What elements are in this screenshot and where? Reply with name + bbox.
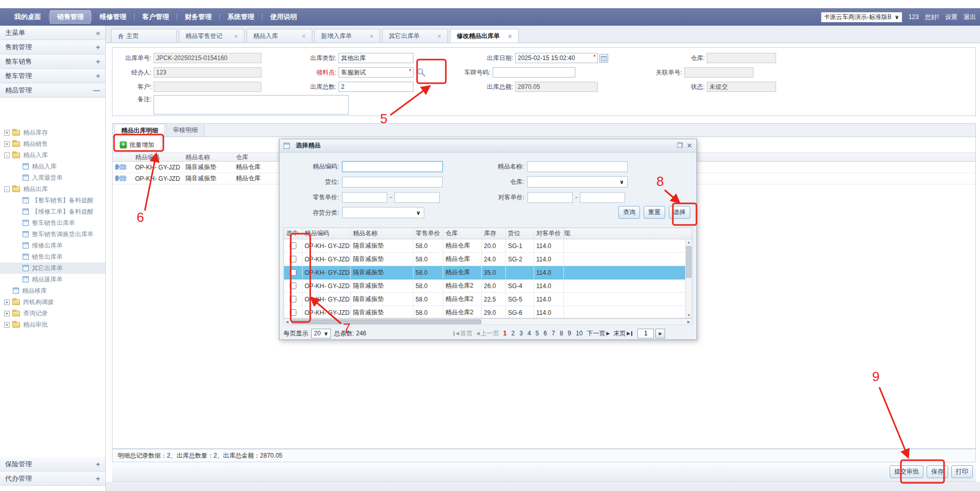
retail-price-min-input[interactable] <box>342 192 387 203</box>
row-checkbox[interactable] <box>290 309 296 316</box>
submit-approval-button[interactable]: 提交审批 <box>890 465 924 478</box>
page-number[interactable]: 3 <box>519 330 523 337</box>
row-checkbox[interactable] <box>290 242 296 249</box>
sidebar-item-16[interactable]: +查询记录 <box>0 308 105 319</box>
page-number[interactable]: 4 <box>527 330 532 337</box>
vertical-scrollbar[interactable]: ▲ ▼ <box>685 239 692 318</box>
nav-item-2[interactable]: 维修管理 <box>92 10 134 24</box>
customer-input[interactable] <box>154 82 261 92</box>
total-amount-input[interactable] <box>515 82 598 92</box>
remark-textarea[interactable] <box>154 95 349 115</box>
maximize-icon[interactable]: ❐ <box>676 142 683 149</box>
sidebar-section-agency[interactable]: 代办管理 + <box>0 471 105 486</box>
page-number[interactable]: 6 <box>543 330 548 337</box>
modal-table-row[interactable]: OP-KH- GY-JZD隔音减振垫58.0精品仓库229.0SG-6114.0 <box>284 306 685 318</box>
slot-input[interactable] <box>342 177 443 187</box>
page-number[interactable]: 10 <box>575 330 583 337</box>
out-date-input[interactable] <box>515 53 598 63</box>
sidebar-item-3[interactable]: 精品入库 <box>0 161 105 172</box>
per-page-select[interactable]: 20 ∨ <box>311 329 331 338</box>
category-select[interactable]: ∨ <box>342 207 424 218</box>
print-button[interactable]: 打印 <box>951 465 973 478</box>
sidebar-item-9[interactable]: 整车销售调换货出库单 <box>0 229 105 240</box>
warehouse-input[interactable] <box>707 53 776 63</box>
tab-close-icon[interactable]: × <box>361 32 373 40</box>
tab-close-icon[interactable]: × <box>429 32 441 40</box>
modal-close-icon[interactable]: ✕ <box>687 142 692 149</box>
select-button[interactable]: 选择 <box>669 206 690 219</box>
tab-1[interactable]: 精品零售登记× <box>179 29 244 43</box>
status-input[interactable] <box>707 82 776 92</box>
sidebar-item-8[interactable]: 整车销售出库单 <box>0 217 105 229</box>
expander-icon[interactable]: + <box>4 141 10 147</box>
query-button[interactable]: 查询 <box>618 206 640 219</box>
tab-2[interactable]: 精品入库× <box>247 29 312 43</box>
sidebar-item-0[interactable]: +精品库存 <box>0 127 105 138</box>
out-type-input[interactable] <box>338 53 413 63</box>
tab-close-icon[interactable]: × <box>500 32 512 40</box>
page-number[interactable]: 9 <box>567 330 572 337</box>
sidebar-item-13[interactable]: 精品退库单 <box>0 274 105 285</box>
total-qty-input[interactable] <box>338 82 413 92</box>
sidebar-section-vehicle-mgmt[interactable]: 整车管理 + <box>0 69 105 83</box>
scroll-right-icon[interactable]: ▶ <box>686 319 692 325</box>
tab-audit-detail[interactable]: 审核明细 <box>166 123 204 137</box>
sidebar-item-7[interactable]: 【维修工单】备料提醒 <box>0 206 105 217</box>
modal-table-row[interactable]: OP-KH- GY-JZD隔音减振垫58.0精品仓库222.5SG-5114.0 <box>284 293 685 306</box>
prev-page-button[interactable]: ◀上一页 <box>476 329 499 338</box>
delete-link[interactable]: 删除 <box>112 174 133 183</box>
tab-3[interactable]: 新增入库单× <box>314 29 380 43</box>
next-page-button[interactable]: 下一页▶ <box>587 329 610 338</box>
last-page-button[interactable]: 末页▶ <box>613 329 632 338</box>
expander-icon[interactable]: + <box>4 299 10 305</box>
row-checkbox[interactable] <box>290 256 296 262</box>
nav-item-0[interactable]: 我的桌面 <box>7 10 48 24</box>
delete-link[interactable]: 删除 <box>112 163 133 172</box>
sidebar-section-presale[interactable]: 售前管理 + <box>0 40 105 54</box>
warehouse-select[interactable]: ∨ <box>527 176 628 187</box>
row-checkbox[interactable] <box>290 282 296 289</box>
expander-icon[interactable]: + <box>4 130 10 136</box>
modal-table-row[interactable]: OP-KH- GY-JZD隔音减振垫58.0精品仓库35.0114.0 <box>284 266 685 279</box>
modal-table-row[interactable]: OP-KH- GY-JZD隔音减振垫58.0精品仓库24.0SG-2114.0 <box>284 253 685 266</box>
sidebar-item-15[interactable]: +跨机构调拨 <box>0 296 105 308</box>
page-number[interactable]: 5 <box>535 330 540 337</box>
scrollbar-thumb[interactable] <box>291 319 481 324</box>
save-button[interactable]: 保存 <box>927 465 948 478</box>
sidebar-item-17[interactable]: +精品审批 <box>0 319 105 330</box>
cust-price-max-input[interactable] <box>580 192 625 203</box>
page-number[interactable]: 1 <box>503 330 507 337</box>
settings-link[interactable]: 设置 <box>945 13 957 22</box>
sidebar-item-2[interactable]: -精品入库 <box>0 149 105 161</box>
sidebar-item-10[interactable]: 维修出库单 <box>0 240 105 251</box>
row-checkbox[interactable] <box>290 296 296 303</box>
tab-4[interactable]: 其它出库单× <box>382 29 448 43</box>
nav-item-5[interactable]: 系统管理 <box>220 10 261 24</box>
reset-button[interactable]: 重置 <box>644 206 665 219</box>
page-number[interactable]: 8 <box>559 330 564 337</box>
scroll-left-icon[interactable]: ◀ <box>284 319 290 325</box>
row-checkbox[interactable] <box>290 269 296 276</box>
picker-input[interactable] <box>338 67 413 78</box>
order-no-input[interactable] <box>154 53 261 63</box>
code-input[interactable] <box>342 161 443 172</box>
logout-link[interactable]: 退出 <box>964 13 976 22</box>
sidebar-item-11[interactable]: 销售出库单 <box>0 251 105 262</box>
nav-item-3[interactable]: 客户管理 <box>135 10 176 24</box>
retail-price-max-input[interactable] <box>394 192 440 203</box>
nav-item-6[interactable]: 使用说明 <box>263 10 304 24</box>
page-number[interactable]: 2 <box>511 330 516 337</box>
name-input[interactable] <box>527 161 628 172</box>
sidebar-item-12[interactable]: 其它出库单 <box>0 262 105 274</box>
scroll-down-icon[interactable]: ▼ <box>686 313 692 317</box>
tab-close-icon[interactable]: × <box>225 32 238 40</box>
plate-no-input[interactable] <box>493 67 575 78</box>
expander-icon[interactable]: + <box>4 322 10 328</box>
page-number[interactable]: 7 <box>551 330 556 337</box>
calendar-icon[interactable] <box>599 54 608 63</box>
batch-add-button[interactable]: + 批量增加 <box>117 139 157 151</box>
cust-price-min-input[interactable] <box>527 192 573 203</box>
expander-icon[interactable]: - <box>4 186 10 192</box>
expander-icon[interactable]: + <box>4 311 10 316</box>
sidebar-section-vehicle-sales[interactable]: 整车销售 + <box>0 54 105 69</box>
